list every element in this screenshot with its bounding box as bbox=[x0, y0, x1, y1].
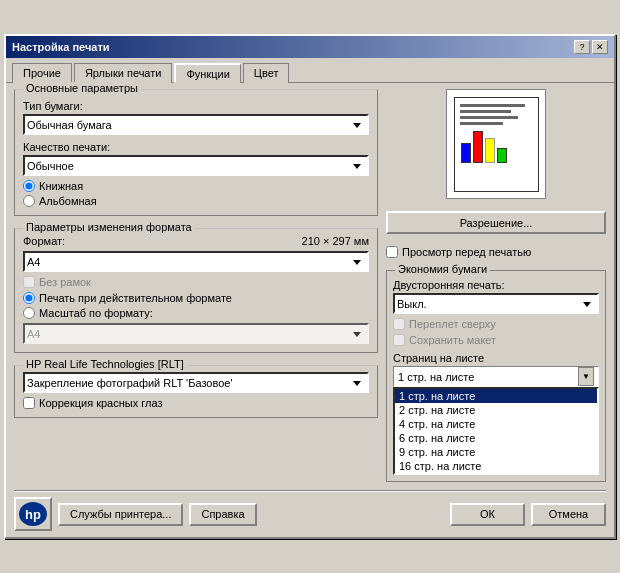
red-eye-label: Коррекция красных глаз bbox=[39, 397, 162, 409]
landscape-radio-item: Альбомная bbox=[23, 195, 369, 207]
economy-group: Экономия бумаги Двусторонняя печать: Вык… bbox=[386, 270, 606, 482]
basic-params-title: Основные параметры bbox=[23, 82, 141, 94]
landscape-label: Альбомная bbox=[39, 195, 97, 207]
economy-title: Экономия бумаги bbox=[395, 263, 490, 275]
bind-top-checkbox[interactable] bbox=[393, 318, 405, 330]
scale-format-item: Масштаб по формату: bbox=[23, 307, 369, 319]
chart-bar-4 bbox=[497, 148, 507, 163]
save-layout-checkbox[interactable] bbox=[393, 334, 405, 346]
hp-logo-icon: hp bbox=[18, 501, 48, 527]
pages-select-value: 1 стр. на листе bbox=[398, 371, 474, 383]
pages-dropdown-arrow: ▼ bbox=[578, 367, 594, 386]
hp-logo-btn[interactable]: hp bbox=[14, 497, 52, 531]
duplex-label: Двусторонняя печать: bbox=[393, 279, 599, 291]
print-actual-radio[interactable] bbox=[23, 292, 35, 304]
pages-dropdown-list: 1 стр. на листе 2 стр. на листе 4 стр. н… bbox=[393, 387, 599, 475]
window-title: Настройка печати bbox=[12, 41, 110, 53]
pages-option-2[interactable]: 2 стр. на листе bbox=[395, 403, 597, 417]
print-actual-item: Печать при действительном формате bbox=[23, 292, 369, 304]
preview-line-3 bbox=[460, 116, 518, 119]
preview-line-2 bbox=[460, 110, 511, 113]
bind-top-label: Переплет сверху bbox=[409, 318, 496, 330]
format-size: 210 × 297 мм bbox=[302, 235, 369, 247]
format-header: Формат: 210 × 297 мм bbox=[23, 235, 369, 247]
no-borders-item: Без рамок bbox=[23, 276, 369, 288]
pages-label: Страниц на листе bbox=[393, 352, 599, 364]
portrait-radio[interactable] bbox=[23, 180, 35, 192]
save-layout-item: Сохранить макет bbox=[393, 334, 599, 346]
preview-lines bbox=[455, 98, 538, 130]
pages-option-3[interactable]: 4 стр. на листе bbox=[395, 417, 597, 431]
chart-bar-3 bbox=[485, 138, 495, 163]
rlt-select[interactable]: Закрепление фотографий RLT 'Базовое' bbox=[23, 372, 369, 393]
rlt-title: HP Real Life Technologies [RLT] bbox=[23, 358, 187, 370]
scale-format-label: Масштаб по формату: bbox=[39, 307, 153, 319]
scale-format-radio[interactable] bbox=[23, 307, 35, 319]
bottom-right: ОК Отмена bbox=[450, 503, 606, 526]
red-eye-item: Коррекция красных глаз bbox=[23, 397, 369, 409]
preview-line-4 bbox=[460, 122, 504, 125]
help-button[interactable]: Справка bbox=[189, 503, 256, 526]
main-window: Настройка печати ? ✕ Прочие Ярлыки печат… bbox=[4, 34, 616, 539]
quality-label: Качество печати: bbox=[23, 141, 369, 153]
preview-area bbox=[446, 89, 546, 199]
tab-color[interactable]: Цвет bbox=[243, 63, 290, 83]
no-borders-label: Без рамок bbox=[39, 276, 91, 288]
right-panel: Разрешение... Просмотр перед печатью Эко… bbox=[386, 89, 606, 482]
paper-type-select[interactable]: Обычная бумага bbox=[23, 114, 369, 135]
preview-chart bbox=[455, 130, 538, 165]
preview-print-item: Просмотр перед печатью bbox=[386, 246, 606, 258]
pages-select-display[interactable]: 1 стр. на листе ▼ bbox=[393, 366, 599, 387]
pages-option-1[interactable]: 1 стр. на листе bbox=[395, 389, 597, 403]
title-bar: Настройка печати ? ✕ bbox=[6, 36, 614, 58]
paper-type-label: Тип бумаги: bbox=[23, 100, 369, 112]
pages-option-4[interactable]: 6 стр. на листе bbox=[395, 431, 597, 445]
basic-params-group: Основные параметры Тип бумаги: Обычная б… bbox=[14, 89, 378, 216]
scale-select[interactable]: А4 bbox=[23, 323, 369, 344]
left-panel: Основные параметры Тип бумаги: Обычная б… bbox=[14, 89, 378, 482]
close-title-btn[interactable]: ✕ bbox=[592, 40, 608, 54]
help-title-btn[interactable]: ? bbox=[574, 40, 590, 54]
services-button[interactable]: Службы принтера... bbox=[58, 503, 183, 526]
format-params-group: Параметры изменения формата Формат: 210 … bbox=[14, 228, 378, 353]
preview-line-1 bbox=[460, 104, 526, 107]
tab-prochie[interactable]: Прочие bbox=[12, 63, 72, 83]
resolution-button[interactable]: Разрешение... bbox=[386, 211, 606, 234]
portrait-radio-item: Книжная bbox=[23, 180, 369, 192]
chart-bar-2 bbox=[473, 131, 483, 163]
duplex-select[interactable]: Выкл. bbox=[393, 293, 599, 314]
portrait-label: Книжная bbox=[39, 180, 83, 192]
svg-text:hp: hp bbox=[25, 507, 41, 522]
preview-print-checkbox[interactable] bbox=[386, 246, 398, 258]
pages-option-5[interactable]: 9 стр. на листе bbox=[395, 445, 597, 459]
cancel-button[interactable]: Отмена bbox=[531, 503, 606, 526]
format-label: Формат: bbox=[23, 235, 65, 247]
main-layout: Основные параметры Тип бумаги: Обычная б… bbox=[14, 89, 606, 482]
landscape-radio[interactable] bbox=[23, 195, 35, 207]
orientation-group: Книжная Альбомная bbox=[23, 180, 369, 207]
preview-print-label: Просмотр перед печатью bbox=[402, 246, 531, 258]
chart-bar-1 bbox=[461, 143, 471, 163]
rlt-group: HP Real Life Technologies [RLT] Закрепле… bbox=[14, 365, 378, 418]
tab-bar: Прочие Ярлыки печати Функции Цвет bbox=[6, 58, 614, 82]
ok-button[interactable]: ОК bbox=[450, 503, 525, 526]
content-area: Основные параметры Тип бумаги: Обычная б… bbox=[6, 82, 614, 490]
pages-option-6[interactable]: 16 стр. на листе bbox=[395, 459, 597, 473]
scale-group: Печать при действительном формате Масшта… bbox=[23, 292, 369, 319]
save-layout-label: Сохранить макет bbox=[409, 334, 496, 346]
pages-select-container: 1 стр. на листе ▼ 1 стр. на листе 2 стр.… bbox=[393, 366, 599, 475]
preview-inner bbox=[454, 97, 539, 192]
bottom-left: hp Службы принтера... Справка bbox=[14, 497, 257, 531]
format-select[interactable]: А4 bbox=[23, 251, 369, 272]
bottom-buttons: hp Службы принтера... Справка ОК Отмена bbox=[6, 491, 614, 537]
print-actual-label: Печать при действительном формате bbox=[39, 292, 232, 304]
red-eye-checkbox[interactable] bbox=[23, 397, 35, 409]
no-borders-checkbox[interactable] bbox=[23, 276, 35, 288]
quality-select[interactable]: Обычное bbox=[23, 155, 369, 176]
tab-shortcuts[interactable]: Ярлыки печати bbox=[74, 63, 173, 83]
bind-top-item: Переплет сверху bbox=[393, 318, 599, 330]
format-params-title: Параметры изменения формата bbox=[23, 221, 195, 233]
tab-functions[interactable]: Функции bbox=[174, 63, 240, 83]
title-bar-buttons: ? ✕ bbox=[574, 40, 608, 54]
